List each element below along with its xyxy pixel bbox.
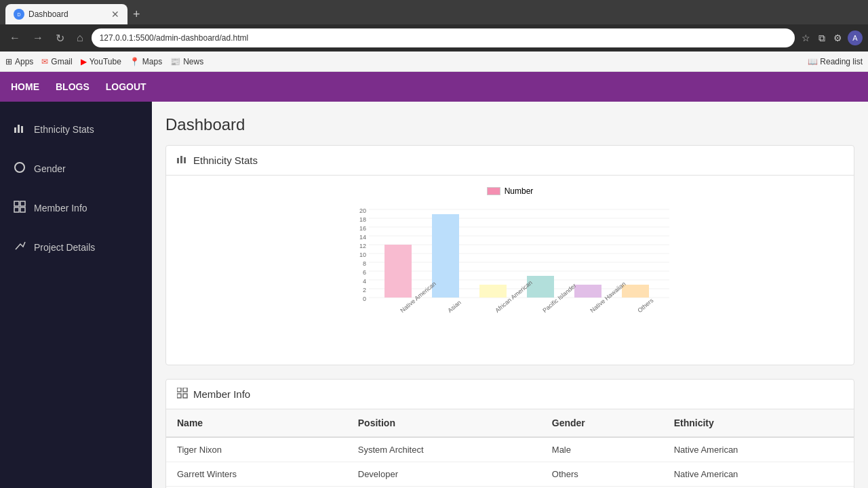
page-title: Dashboard <box>165 115 854 134</box>
gender-icon <box>14 161 26 176</box>
svg-text:8: 8 <box>363 260 366 267</box>
cell-ethnicity: Native American <box>663 462 854 487</box>
profile-icon[interactable]: A <box>848 30 863 45</box>
table-row: Tiger NixonSystem ArchitectMaleNative Am… <box>166 437 854 462</box>
bookmark-gmail-label: Gmail <box>51 57 72 66</box>
sidebar-member-info-label: Member Info <box>34 203 87 214</box>
svg-text:6: 6 <box>363 269 366 276</box>
legend-label: Number <box>505 186 534 196</box>
ethnicity-stats-body: Number 20 18 16 14 12 10 8 <box>166 176 854 365</box>
ethnicity-stats-header: Ethnicity Stats <box>166 146 854 176</box>
ethnicity-stats-card: Ethnicity Stats Number 20 18 16 <box>165 145 854 365</box>
sidebar-ethnicity-stats-label: Ethnicity Stats <box>34 124 94 135</box>
bookmark-maps[interactable]: 📍 Maps <box>130 57 162 66</box>
table-wrapper: Name Position Gender Ethnicity Tiger Nix… <box>166 409 854 488</box>
svg-rect-43 <box>177 394 181 398</box>
member-table-body: Tiger NixonSystem ArchitectMaleNative Am… <box>166 437 854 488</box>
bookmark-apps-label: Apps <box>15 57 33 66</box>
svg-text:12: 12 <box>359 243 366 249</box>
col-name: Name <box>166 409 347 437</box>
extension-icon[interactable]: ⧉ <box>816 31 828 45</box>
svg-text:4: 4 <box>363 278 366 285</box>
table-header-row: Name Position Gender Ethnicity <box>166 409 854 437</box>
svg-rect-8 <box>14 207 19 212</box>
bookmark-news[interactable]: 📰 News <box>170 57 203 66</box>
apps-bookmark-icon: ⊞ <box>5 57 12 66</box>
sidebar-item-gender[interactable]: Gender <box>0 152 152 186</box>
new-tab-button[interactable]: + <box>127 7 146 22</box>
bookmark-youtube-label: YouTube <box>90 57 121 66</box>
member-info-title: Member Info <box>193 388 250 400</box>
cell-position: System Architect <box>347 437 541 462</box>
svg-rect-12 <box>184 157 186 163</box>
bar-pacific-islander <box>527 276 554 298</box>
reading-list-button[interactable]: 📖 Reading list <box>808 57 863 66</box>
home-button[interactable]: ⌂ <box>73 30 87 45</box>
tab-bar: D Dashboard ✕ + <box>0 0 868 24</box>
member-table: Name Position Gender Ethnicity Tiger Nix… <box>166 409 854 488</box>
settings-icon[interactable]: ⚙ <box>831 31 845 45</box>
address-bar: ← → ↻ ⌂ ☆ ⧉ ⚙ A <box>0 24 868 52</box>
bookmark-youtube[interactable]: ▶ YouTube <box>81 57 121 66</box>
col-position: Position <box>347 409 541 437</box>
tab-favicon: D <box>14 9 24 20</box>
active-tab[interactable]: D Dashboard ✕ <box>5 4 127 24</box>
bar-african-american <box>479 285 507 298</box>
svg-rect-42 <box>183 388 187 392</box>
bar-chart-svg: 20 18 16 14 12 10 8 6 4 2 0 <box>177 203 843 352</box>
svg-rect-41 <box>177 388 181 392</box>
bar-native-hawaiian <box>574 285 601 298</box>
chart-legend: Number <box>177 186 843 196</box>
svg-point-5 <box>15 163 24 172</box>
nav-bar: HOME BLOGS LOGOUT <box>0 72 868 102</box>
legend-color-box <box>487 187 500 195</box>
gmail-bookmark-icon: ✉ <box>41 57 48 66</box>
back-button[interactable]: ← <box>5 30 24 45</box>
bookmark-apps[interactable]: ⊞ Apps <box>5 57 33 66</box>
nav-home[interactable]: HOME <box>11 81 39 92</box>
bar-others <box>622 285 649 298</box>
chart-area: 20 18 16 14 12 10 8 6 4 2 0 <box>177 203 843 354</box>
reload-button[interactable]: ↻ <box>52 30 68 46</box>
maps-bookmark-icon: 📍 <box>130 57 140 66</box>
col-gender: Gender <box>541 409 663 437</box>
sidebar-item-project-details[interactable]: Project Details <box>0 230 152 264</box>
svg-text:Asian: Asian <box>446 299 462 314</box>
bookmark-gmail[interactable]: ✉ Gmail <box>41 57 72 66</box>
member-info-card: Member Info Name Position Gender Ethnici… <box>165 379 854 488</box>
svg-rect-4 <box>21 126 23 133</box>
main-content: Ethnicity Stats Gender Member Info <box>0 102 868 488</box>
svg-rect-11 <box>180 156 182 163</box>
svg-text:18: 18 <box>359 216 366 223</box>
sidebar-item-member-info[interactable]: Member Info <box>0 191 152 225</box>
forward-button[interactable]: → <box>28 30 47 45</box>
bar-chart-icon <box>14 122 26 137</box>
browser-chrome: D Dashboard ✕ + ← → ↻ ⌂ ☆ ⧉ ⚙ A ⊞ Apps ✉… <box>0 0 868 72</box>
svg-text:14: 14 <box>359 234 366 241</box>
svg-text:2: 2 <box>363 287 366 293</box>
cell-position: Developer <box>347 462 541 487</box>
star-icon[interactable]: ☆ <box>799 31 813 45</box>
nav-logout[interactable]: LOGOUT <box>106 81 146 92</box>
address-input[interactable] <box>92 28 795 47</box>
cell-ethnicity: Native American <box>663 437 854 462</box>
table-row: Garrett WintersDeveloperOthersNative Ame… <box>166 462 854 487</box>
ethnicity-stats-title: Ethnicity Stats <box>193 155 258 166</box>
bookmark-maps-label: Maps <box>142 57 162 66</box>
member-info-icon <box>177 388 188 401</box>
sidebar: Ethnicity Stats Gender Member Info <box>0 102 152 488</box>
nav-blogs[interactable]: BLOGS <box>56 81 90 92</box>
sidebar-gender-label: Gender <box>34 163 66 174</box>
project-icon <box>14 240 26 255</box>
tab-close-button[interactable]: ✕ <box>111 9 119 20</box>
content-area: Dashboard Ethnicity Stats <box>152 102 868 488</box>
bar-native-american <box>384 245 412 298</box>
svg-text:10: 10 <box>359 251 366 258</box>
news-bookmark-icon: 📰 <box>170 57 180 66</box>
svg-text:20: 20 <box>359 207 366 214</box>
svg-rect-2 <box>14 127 16 133</box>
app-wrapper: HOME BLOGS LOGOUT Ethnicity Stats <box>0 72 868 488</box>
svg-rect-3 <box>18 125 20 133</box>
sidebar-item-ethnicity-stats[interactable]: Ethnicity Stats <box>0 113 152 146</box>
cell-gender: Male <box>541 437 663 462</box>
